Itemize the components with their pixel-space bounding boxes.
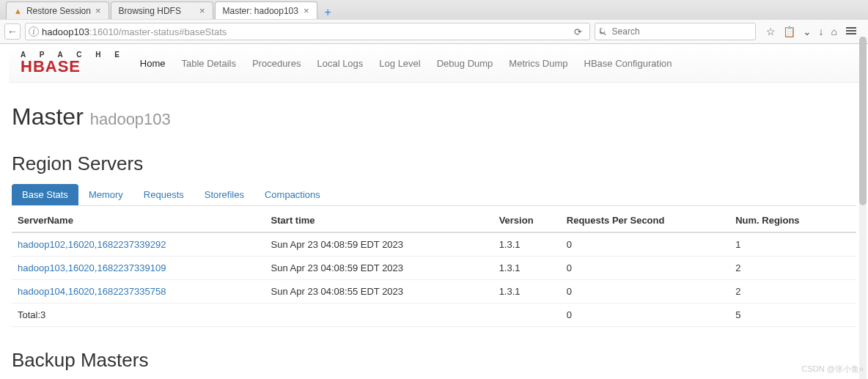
cell-start: Sun Apr 23 04:08:59 EDT 2023 bbox=[265, 232, 493, 257]
url-bar[interactable]: i hadoop103:16010/master-status#baseStat… bbox=[25, 23, 590, 40]
cell-version: 1.3.1 bbox=[493, 280, 561, 303]
cell-regions: 2 bbox=[729, 257, 856, 280]
cell-rps: 0 bbox=[561, 257, 729, 280]
cell-rps: 0 bbox=[561, 280, 729, 303]
tab-base-stats[interactable]: Base Stats bbox=[12, 184, 78, 205]
nav-link-home[interactable]: Home bbox=[140, 58, 166, 69]
watermark: CSDN @张小鱼० bbox=[802, 364, 864, 375]
nav-link-log-level[interactable]: Log Level bbox=[379, 58, 420, 69]
cell-total: Total:3 bbox=[12, 303, 265, 327]
back-button[interactable]: ← bbox=[4, 23, 21, 40]
browser-tab[interactable]: Master: hadoop103 × bbox=[215, 1, 317, 19]
col-rps: Requests Per Second bbox=[561, 209, 729, 232]
table-row: Total:305 bbox=[12, 303, 856, 327]
backup-masters-heading: Backup Masters bbox=[12, 349, 856, 372]
nav-links: Home Table Details Procedures Local Logs… bbox=[140, 58, 672, 69]
tab-requests[interactable]: Requests bbox=[133, 184, 194, 205]
nav-bar: ← i hadoop103:16010/master-status#baseSt… bbox=[0, 19, 868, 43]
region-servers-table: ServerName Start time Version Requests P… bbox=[12, 209, 856, 327]
new-tab-button[interactable]: + bbox=[319, 6, 337, 19]
cell-start: Sun Apr 23 04:08:59 EDT 2023 bbox=[265, 257, 493, 280]
col-version: Version bbox=[493, 209, 561, 232]
close-icon[interactable]: × bbox=[304, 5, 309, 16]
browser-chrome: ▲ Restore Session × Browsing HDFS × Mast… bbox=[0, 0, 868, 44]
cell-regions: 2 bbox=[729, 280, 856, 303]
cell-version: 1.3.1 bbox=[493, 257, 561, 280]
url-text[interactable]: hadoop103:16010/master-status#baseStats bbox=[42, 26, 570, 37]
bookmark-icon[interactable]: ☆ bbox=[766, 26, 776, 37]
table-row: hadoop103,16020,1682237339109Sun Apr 23 … bbox=[12, 257, 856, 280]
clipboard-icon[interactable]: 📋 bbox=[783, 26, 795, 37]
cell-server: hadoop102,16020,1682237339292 bbox=[12, 232, 265, 257]
cell-start: Sun Apr 23 04:08:55 EDT 2023 bbox=[265, 280, 493, 303]
browser-tab[interactable]: ▲ Restore Session × bbox=[6, 1, 109, 19]
nav-link-metrics-dump[interactable]: Metrics Dump bbox=[509, 58, 567, 69]
menu-icon[interactable] bbox=[845, 26, 858, 37]
tab-label: Master: hadoop103 bbox=[223, 6, 298, 16]
browser-tab[interactable]: Browsing HDFS × bbox=[111, 1, 213, 19]
home-icon[interactable]: ⌂ bbox=[831, 26, 837, 37]
cell-regions: 1 bbox=[729, 232, 856, 257]
tab-compactions[interactable]: Compactions bbox=[254, 184, 331, 205]
tab-label: Browsing HDFS bbox=[119, 6, 181, 16]
server-link[interactable]: hadoop104,16020,1682237335758 bbox=[18, 286, 166, 297]
nav-link-local-logs[interactable]: Local Logs bbox=[317, 58, 363, 69]
col-servername: ServerName bbox=[12, 209, 265, 232]
search-box[interactable] bbox=[595, 23, 756, 40]
search-icon bbox=[600, 27, 608, 36]
col-starttime: Start time bbox=[265, 209, 493, 232]
nav-link-hbase-config[interactable]: HBase Configuration bbox=[584, 58, 672, 69]
region-servers-tabs: Base Stats Memory Requests Storefiles Co… bbox=[12, 184, 856, 206]
table-row: hadoop102,16020,1682237339292Sun Apr 23 … bbox=[12, 232, 856, 257]
app-navbar: A P A C H E HBASE Home Table Details Pro… bbox=[9, 44, 859, 83]
cell-server: hadoop104,16020,1682237335758 bbox=[12, 280, 265, 303]
tab-strip: ▲ Restore Session × Browsing HDFS × Mast… bbox=[0, 0, 868, 19]
cell-server: hadoop103,16020,1682237339109 bbox=[12, 257, 265, 280]
page-subtitle: hadoop103 bbox=[90, 110, 171, 128]
scrollbar-thumb[interactable] bbox=[859, 37, 867, 205]
cell-rps: 0 bbox=[561, 232, 729, 257]
cell-rps: 0 bbox=[561, 303, 729, 327]
download-icon[interactable]: ↓ bbox=[819, 26, 824, 37]
refresh-icon[interactable]: ⟳ bbox=[570, 26, 586, 37]
nav-link-table-details[interactable]: Table Details bbox=[182, 58, 236, 69]
search-input[interactable] bbox=[612, 26, 751, 37]
logo-main: HBASE bbox=[21, 59, 125, 75]
table-row: hadoop104,16020,1682237335758Sun Apr 23 … bbox=[12, 280, 856, 303]
cell-regions: 5 bbox=[729, 303, 856, 327]
nav-link-procedures[interactable]: Procedures bbox=[252, 58, 301, 69]
col-regions: Num. Regions bbox=[729, 209, 856, 232]
close-icon[interactable]: × bbox=[199, 5, 205, 16]
close-icon[interactable]: × bbox=[95, 5, 101, 16]
scrollbar[interactable] bbox=[859, 37, 867, 379]
server-link[interactable]: hadoop102,16020,1682237339292 bbox=[18, 239, 166, 250]
hbase-logo: A P A C H E HBASE bbox=[21, 51, 125, 75]
page-title: Master hadoop103 bbox=[12, 103, 856, 130]
tab-label: Restore Session bbox=[26, 6, 91, 16]
nav-link-debug-dump[interactable]: Debug Dump bbox=[437, 58, 493, 69]
cell-version: 1.3.1 bbox=[493, 232, 561, 257]
tab-storefiles[interactable]: Storefiles bbox=[194, 184, 254, 205]
info-icon[interactable]: i bbox=[29, 26, 39, 37]
toolbar-icons: ☆ 📋 ⌄ ↓ ⌂ bbox=[760, 26, 864, 37]
pocket-icon[interactable]: ⌄ bbox=[803, 26, 812, 37]
region-servers-heading: Region Servers bbox=[12, 152, 856, 175]
tab-memory[interactable]: Memory bbox=[78, 184, 133, 205]
warning-icon: ▲ bbox=[14, 7, 22, 15]
page: A P A C H E HBASE Home Table Details Pro… bbox=[9, 44, 859, 379]
server-link[interactable]: hadoop103,16020,1682237339109 bbox=[18, 262, 166, 273]
